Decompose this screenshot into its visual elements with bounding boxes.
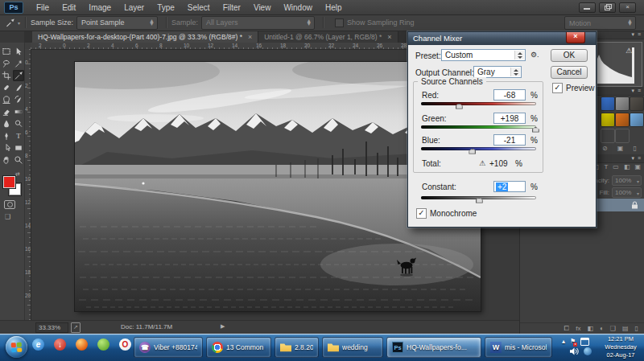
preset-dropdown[interactable]: Custom: [441, 49, 526, 61]
volume-icon[interactable]: [570, 347, 579, 355]
magic-wand-tool[interactable]: [13, 58, 24, 69]
blue-slider[interactable]: [421, 146, 536, 154]
foreground-color-swatch[interactable]: [3, 176, 15, 188]
blue-value-field[interactable]: -21: [493, 134, 526, 146]
mask-icon[interactable]: ◧: [587, 325, 593, 332]
panel-menu-icon[interactable]: ▾ ≡: [631, 155, 642, 162]
menu-item-view[interactable]: View: [247, 3, 278, 12]
close-button[interactable]: ×: [619, 2, 636, 13]
workspace-dropdown[interactable]: Motion ▲▼: [564, 16, 636, 30]
lasso-tool[interactable]: [1, 58, 12, 69]
type-filter-icon[interactable]: T: [604, 163, 608, 170]
menu-item-filter[interactable]: Filter: [217, 3, 247, 12]
red-value-field[interactable]: -68: [493, 89, 526, 101]
green-value-field[interactable]: +198: [493, 113, 526, 124]
swatch-thumbnail[interactable]: [615, 96, 630, 111]
dialog-close-button[interactable]: ×: [566, 32, 585, 43]
type-tool[interactable]: T: [13, 130, 24, 142]
quick-launch-green-app-icon[interactable]: [97, 338, 109, 351]
menu-item-window[interactable]: Window: [277, 3, 319, 12]
taskbar-button[interactable]: 2.8.2017: [275, 337, 319, 358]
menu-item-help[interactable]: Help: [319, 3, 349, 12]
sample-size-dropdown[interactable]: Point Sample ▲▼: [76, 16, 158, 30]
clone-stamp-tool[interactable]: [1, 94, 12, 105]
gradient-tool[interactable]: [13, 106, 24, 117]
tab-close-icon[interactable]: ×: [248, 34, 252, 40]
healing-brush-tool[interactable]: [1, 82, 12, 93]
history-brush-tool[interactable]: [13, 94, 24, 105]
opacity-dropdown[interactable]: 100%▾: [612, 175, 642, 186]
eyedropper-tool[interactable]: [13, 70, 24, 81]
network-icon[interactable]: [584, 347, 592, 355]
shape-filter-icon[interactable]: ▭: [613, 163, 619, 170]
pen-tool[interactable]: [1, 130, 12, 142]
ok-button[interactable]: OK: [551, 49, 588, 62]
swatch-panel-icons[interactable]: ⊘ ▣ ▯: [602, 145, 641, 152]
swatch-thumbnail[interactable]: [601, 129, 615, 143]
cancel-button[interactable]: Cancel: [551, 66, 588, 79]
minimize-button[interactable]: [579, 2, 596, 13]
new-layer-icon[interactable]: ▤: [622, 325, 629, 332]
tool-preset-picker[interactable]: ▾: [5, 18, 20, 28]
tray-expand-icon[interactable]: ▴: [562, 338, 565, 346]
menu-item-file[interactable]: File: [30, 3, 56, 12]
swatch-thumbnail[interactable]: [601, 96, 615, 111]
hand-tool[interactable]: [1, 154, 12, 166]
zoom-level-field[interactable]: 33.33%: [35, 322, 68, 333]
fx-icon[interactable]: fx: [576, 325, 580, 332]
swatch-thumbnail[interactable]: [630, 113, 644, 127]
menu-item-image[interactable]: Image: [82, 3, 118, 12]
swatch-thumbnail[interactable]: [630, 96, 644, 111]
brush-tool[interactable]: [13, 82, 24, 93]
restore-button[interactable]: [599, 2, 616, 13]
taskbar-button[interactable]: wedding: [322, 337, 383, 358]
path-selection-tool[interactable]: [1, 142, 12, 154]
status-options-arrow-icon[interactable]: ▶: [221, 323, 225, 330]
group-icon[interactable]: ❑: [610, 325, 616, 332]
adjustment-icon[interactable]: ◐: [600, 325, 604, 332]
monochrome-checkbox[interactable]: ✓ Monochrome: [416, 208, 477, 219]
preset-options-gear-icon[interactable]: ⚙.: [530, 51, 539, 59]
eraser-tool[interactable]: [1, 106, 12, 117]
window-tray-icon[interactable]: [580, 338, 589, 346]
constant-value-field[interactable]: +2: [493, 181, 526, 192]
menu-item-layer[interactable]: Layer: [118, 3, 151, 12]
taskbar-button[interactable]: Wmis - Microsoft W...: [485, 337, 552, 358]
quick-launch-firefox-icon[interactable]: [76, 338, 88, 351]
screen-mode-icon[interactable]: ❑: [5, 213, 10, 220]
zoom-tool[interactable]: [13, 154, 24, 166]
swatch-thumbnail[interactable]: [615, 113, 630, 127]
export-page-icon[interactable]: ↗: [71, 322, 80, 333]
delete-icon[interactable]: ▯: [635, 325, 638, 332]
menu-item-select[interactable]: Select: [181, 3, 217, 12]
swatch-thumbnail[interactable]: [615, 129, 630, 143]
constant-slider[interactable]: [421, 195, 536, 203]
red-slider[interactable]: [421, 101, 536, 109]
layer-filter-icons[interactable]: ◫ T ▭ ◧ ▣: [593, 163, 641, 170]
taskbar-button[interactable]: PsHQ-Wallpapers-fo...: [386, 337, 481, 358]
dodge-tool[interactable]: [13, 118, 24, 129]
show-sampling-ring-checkbox[interactable]: [335, 18, 344, 27]
green-slider[interactable]: [421, 125, 536, 132]
start-button[interactable]: [6, 336, 27, 358]
sample-dropdown[interactable]: All Layers ▲▼: [201, 16, 315, 30]
move-tool[interactable]: [13, 46, 24, 57]
menu-item-type[interactable]: Type: [151, 3, 181, 12]
crop-tool[interactable]: [1, 70, 12, 81]
quick-launch-opera-icon[interactable]: O: [119, 338, 131, 351]
rectangular-marquee-tool[interactable]: [1, 46, 12, 57]
taskbar-clock[interactable]: 12:21 PM Wednesday 02-Aug-17: [600, 335, 642, 359]
menu-item-edit[interactable]: Edit: [56, 3, 82, 12]
tab-close-icon[interactable]: ×: [387, 34, 391, 40]
shape-tool[interactable]: [13, 142, 24, 154]
fill-dropdown[interactable]: 100%▾: [612, 187, 642, 198]
swap-colors-icon[interactable]: ⇄: [15, 171, 20, 178]
document-tab-2[interactable]: Untitled-1 @ 66.7% (Layer 1, RGB/8) * ×: [258, 31, 398, 43]
taskbar-button[interactable]: 13 Common Phot...: [206, 337, 271, 358]
document-tab-1[interactable]: HQ-Wallpapers-for-a-desktop-(Part 400)-7…: [32, 31, 258, 43]
action-center-flag-icon[interactable]: ⚑×: [570, 338, 576, 346]
smart-filter-icon[interactable]: ◧: [624, 163, 630, 170]
taskbar-button[interactable]: ☎Viber +8801747507...: [134, 337, 203, 358]
swatch-thumbnail[interactable]: [601, 113, 615, 127]
preview-checkbox[interactable]: ✓ Preview: [552, 83, 595, 93]
